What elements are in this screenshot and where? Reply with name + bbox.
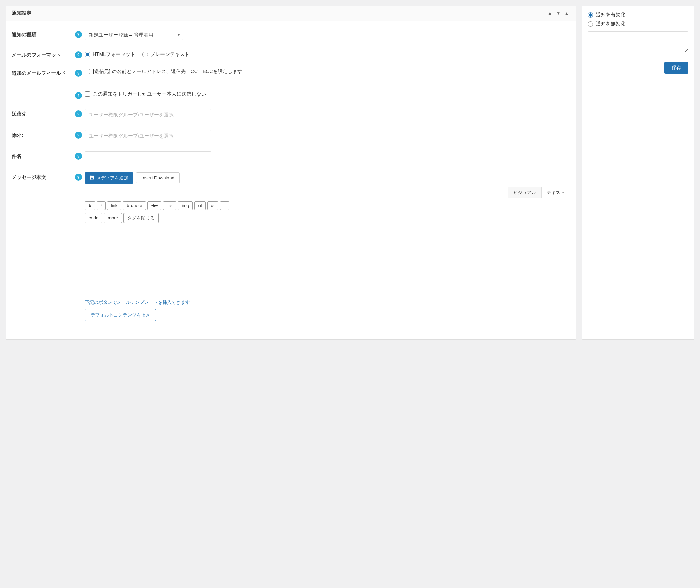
notification-type-select-wrapper: 新規ユーザー登録 – 管理者用 ▾ bbox=[85, 30, 183, 40]
checkbox-label-1[interactable]: [送信元] の名前とメールアドレス、返信先、CC、BCCを設定します bbox=[85, 68, 570, 75]
send-to-label: 送信先 bbox=[12, 109, 75, 117]
toolbar-btn-b[interactable]: b bbox=[85, 201, 95, 210]
radio-html-input[interactable] bbox=[85, 52, 90, 57]
radio-disable-notification[interactable]: 通知を無効化 bbox=[588, 21, 688, 27]
help-icon-checkbox2[interactable]: ? bbox=[75, 92, 82, 99]
radio-plain-text[interactable]: プレーンテキスト bbox=[142, 51, 190, 58]
editor-toolbar: b i link b-quote del ins img ul ol li bbox=[85, 198, 570, 213]
mail-format-label: メールのフォーマット bbox=[12, 50, 75, 58]
insert-default-section: 下記のボタンでメールテンプレートを挿入できます デフォルトコンテンツを挿入 bbox=[85, 299, 570, 321]
radio-disable-input[interactable] bbox=[588, 21, 593, 27]
checkbox-label-2[interactable]: この通知をトリガーしたユーザー本人に送信しない bbox=[85, 91, 570, 98]
toolbar-btn-bquote[interactable]: b-quote bbox=[123, 201, 146, 210]
send-to-help[interactable]: ? bbox=[75, 109, 85, 117]
toolbar-btn-ins[interactable]: ins bbox=[163, 201, 177, 210]
notification-type-row: 通知の種類 ? 新規ユーザー登録 – 管理者用 ▾ bbox=[12, 30, 570, 40]
message-body-control: 🖼 メディアを追加 Insert Download ビジュアル テキスト bbox=[85, 172, 570, 289]
mail-format-help[interactable]: ? bbox=[75, 50, 85, 58]
mail-format-control: HTMLフォーマット プレーンテキスト bbox=[85, 50, 570, 58]
checkbox2-help[interactable]: ? bbox=[75, 91, 85, 99]
tab-text[interactable]: テキスト bbox=[541, 187, 570, 198]
header-controls: ▲ ▼ ▲ bbox=[546, 10, 570, 17]
side-textarea[interactable] bbox=[588, 31, 688, 52]
exclude-label: 除外: bbox=[12, 130, 75, 139]
radio-enable-input[interactable] bbox=[588, 12, 593, 18]
toolbar-btn-more[interactable]: more bbox=[104, 213, 122, 223]
checkbox-input-2[interactable] bbox=[85, 91, 90, 97]
message-body-label: メッセージ本文 bbox=[12, 172, 75, 181]
help-icon-subject[interactable]: ? bbox=[75, 153, 82, 160]
send-to-control bbox=[85, 109, 570, 120]
notification-type-label: 通知の種類 bbox=[12, 30, 75, 38]
send-to-row: 送信先 ? bbox=[12, 109, 570, 120]
help-icon-notification-type[interactable]: ? bbox=[75, 31, 82, 38]
checkbox-row-1: [送信元] の名前とメールアドレス、返信先、CC、BCCを設定します bbox=[85, 68, 570, 75]
side-panel: 通知を有効化 通知を無効化 保存 bbox=[582, 6, 694, 340]
editor-tabs: ビジュアル テキスト bbox=[85, 187, 570, 198]
help-icon-message-body[interactable]: ? bbox=[75, 174, 82, 181]
radio-html-format[interactable]: HTMLフォーマット bbox=[85, 51, 135, 58]
toolbar-btn-img[interactable]: img bbox=[178, 201, 193, 210]
help-icon-mail-format[interactable]: ? bbox=[75, 51, 82, 58]
insert-default-row: 下記のボタンでメールテンプレートを挿入できます デフォルトコンテンツを挿入 bbox=[12, 299, 570, 321]
toolbar-btn-close-tags[interactable]: タグを閉じる bbox=[123, 213, 159, 223]
mail-format-radio-group: HTMLフォーマット プレーンテキスト bbox=[85, 50, 570, 58]
checkbox2-control: この通知をトリガーしたユーザー本人に送信しない bbox=[85, 91, 570, 98]
additional-fields-label: 追加のメールフィールド bbox=[12, 68, 75, 77]
radio-disable-label: 通知を無効化 bbox=[596, 21, 625, 27]
collapse-up-btn[interactable]: ▲ bbox=[546, 10, 553, 17]
save-button[interactable]: 保存 bbox=[664, 62, 688, 74]
toolbar-btn-ol[interactable]: ol bbox=[207, 201, 218, 210]
collapse-down-btn[interactable]: ▼ bbox=[555, 10, 562, 17]
checkbox-text-1: [送信元] の名前とメールアドレス、返信先、CC、BCCを設定します bbox=[93, 68, 242, 75]
add-media-label: メディアを追加 bbox=[96, 175, 128, 181]
additional-fields-row: 追加のメールフィールド ? [送信元] の名前とメールアドレス、返信先、CC、B… bbox=[12, 68, 570, 81]
subject-row: 件名 ? bbox=[12, 151, 570, 162]
insert-template-link[interactable]: 下記のボタンでメールテンプレートを挿入できます bbox=[85, 299, 570, 306]
media-icon: 🖼 bbox=[90, 175, 94, 180]
message-body-help[interactable]: ? bbox=[75, 172, 85, 181]
checkbox-row-2-wrapper: ? この通知をトリガーしたユーザー本人に送信しない bbox=[12, 91, 570, 99]
subject-control bbox=[85, 151, 570, 162]
exclude-row: 除外: ? bbox=[12, 130, 570, 141]
message-body-section: メッセージ本文 ? 🖼 メディアを追加 Insert Download bbox=[12, 172, 570, 289]
toolbar-btn-i[interactable]: i bbox=[97, 201, 106, 210]
toolbar-btn-link[interactable]: link bbox=[107, 201, 122, 210]
panel-title: 通知設定 bbox=[12, 10, 31, 17]
checkbox-text-2: この通知をトリガーしたユーザー本人に送信しない bbox=[93, 91, 206, 98]
notification-type-control: 新規ユーザー登録 – 管理者用 ▾ bbox=[85, 30, 570, 40]
toolbar-btn-ul[interactable]: ul bbox=[194, 201, 205, 210]
add-media-button[interactable]: 🖼 メディアを追加 bbox=[85, 172, 133, 184]
radio-html-label: HTMLフォーマット bbox=[93, 51, 135, 58]
exclude-help[interactable]: ? bbox=[75, 130, 85, 139]
subject-help[interactable]: ? bbox=[75, 151, 85, 160]
help-icon-additional-fields[interactable]: ? bbox=[75, 70, 82, 77]
insert-default-button[interactable]: デフォルトコンテンツを挿入 bbox=[85, 309, 156, 321]
exclude-control bbox=[85, 130, 570, 141]
toolbar-btn-del[interactable]: del bbox=[147, 201, 161, 210]
exclude-input[interactable] bbox=[85, 130, 211, 141]
toolbar-btn-code[interactable]: code bbox=[85, 213, 102, 223]
additional-fields-help[interactable]: ? bbox=[75, 68, 85, 77]
help-icon-exclude[interactable]: ? bbox=[75, 132, 82, 139]
radio-enable-label: 通知を有効化 bbox=[596, 12, 625, 18]
radio-plain-label: プレーンテキスト bbox=[150, 51, 190, 58]
expand-btn[interactable]: ▲ bbox=[563, 10, 570, 17]
radio-plain-input[interactable] bbox=[142, 52, 148, 57]
save-row: 保存 bbox=[588, 62, 688, 74]
send-to-input[interactable] bbox=[85, 109, 211, 120]
tab-visual[interactable]: ビジュアル bbox=[508, 187, 541, 198]
insert-download-label: Insert Download bbox=[141, 175, 174, 180]
mail-format-row: メールのフォーマット ? HTMLフォーマット プレーンテキスト bbox=[12, 50, 570, 58]
notification-type-select[interactable]: 新規ユーザー登録 – 管理者用 bbox=[85, 30, 183, 40]
help-icon-send-to[interactable]: ? bbox=[75, 110, 82, 117]
checkbox-input-1[interactable] bbox=[85, 69, 90, 74]
editor-toolbar-2: code more タグを閉じる bbox=[85, 213, 570, 226]
subject-input[interactable] bbox=[85, 151, 211, 162]
toolbar-btn-li[interactable]: li bbox=[220, 201, 230, 210]
editor-area[interactable] bbox=[85, 226, 570, 289]
additional-fields-control: [送信元] の名前とメールアドレス、返信先、CC、BCCを設定します bbox=[85, 68, 570, 81]
insert-download-button[interactable]: Insert Download bbox=[136, 172, 180, 183]
radio-enable-notification[interactable]: 通知を有効化 bbox=[588, 12, 688, 18]
notification-type-help[interactable]: ? bbox=[75, 30, 85, 38]
